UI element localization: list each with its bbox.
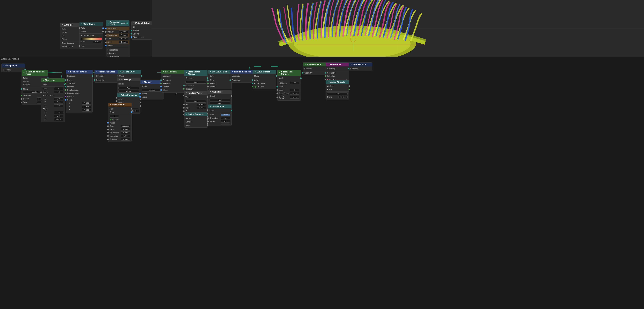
na-attrib-out: Attribute (326, 85, 349, 88)
cc-title: Curve Circle (212, 105, 224, 108)
sp-pos-socket (160, 86, 162, 87)
sp-geo-out: Geometry (161, 74, 184, 78)
mul-title: Multiply (144, 81, 152, 83)
nt-detail-socket (107, 129, 109, 130)
cr-color-out (102, 27, 104, 29)
ss-mesh-in: Mesh (278, 85, 301, 88)
nt-normalize-cb (110, 119, 112, 120)
nt-vec-socket (107, 122, 109, 124)
nt-lac-socket (107, 135, 109, 137)
ri2-header: ▼ Realize Instances (230, 70, 254, 74)
mr1-type: Float (117, 86, 140, 90)
sna-title: Store Named Attrib... (188, 71, 206, 75)
sm-sel-socket (325, 75, 326, 77)
nt-lacunarity: Lacunarity 0.000 (108, 134, 132, 138)
ml-count-socket (40, 91, 42, 93)
iop-inst-socket (65, 86, 66, 87)
sp2-factor: Factor (184, 117, 208, 120)
nt-title: Noise Texture (112, 104, 125, 106)
principled-bsdf-header: ▼ Principled BSDF BSDF (106, 20, 129, 26)
ml-off-y: Y 0 m (41, 114, 64, 118)
mo-surface: Surface (132, 29, 155, 32)
mr2-header: ▼ Map Range (208, 90, 232, 94)
ml-count-val: 10 (54, 91, 63, 93)
sp1-title: Spline Parameter (121, 94, 137, 96)
sp1-factor: Factor (117, 98, 140, 101)
ri1-in-socket (94, 79, 95, 81)
iop-pick-in: Pick Instance (66, 88, 92, 92)
bsdf-normal: Normal (106, 44, 129, 47)
sp-pos-in: Position (161, 85, 184, 88)
dp-sel-socket (21, 95, 22, 96)
ss-vc-socket (276, 97, 278, 98)
iop-points-in: Points (66, 79, 92, 82)
scr-header: ▼ Set Curve Radius (208, 70, 232, 74)
realize-instances-2-node: ▼ Realize Instances Geometry Geometry (230, 70, 254, 83)
sm-title: Set Material (330, 63, 341, 66)
attribute-node-title: Attribute (64, 24, 72, 26)
scr-curve-in: Curve (208, 79, 232, 82)
mr1-result-out: Result (117, 82, 140, 85)
cc-points-mode: Points Radius (208, 113, 232, 116)
sna-geo-out: Geometry (184, 77, 207, 80)
mtc-curve-socket (140, 75, 142, 77)
ss-vert-crease: Vertex Crease 0.000 (278, 95, 301, 100)
jg-header: ▼ Join Geometry (303, 63, 326, 66)
nt-fac-socket (131, 108, 132, 110)
sna-sel-socket (183, 88, 184, 90)
group-input-title: Group Input (6, 65, 17, 67)
rv-header: ▼ Random Value (184, 91, 207, 95)
cc-radius-socket (207, 121, 209, 122)
ml-off-x: X 0 m (41, 111, 64, 114)
ml-off-z: Z 0.05 m (41, 118, 64, 121)
ctm-curve-socket (252, 79, 253, 81)
cc-header: ▼ Curve Circle (208, 105, 232, 108)
group-input-header: ▼ Group Input (2, 64, 25, 67)
scr-title: Set Curve Radius (212, 71, 228, 73)
cc-resolution: Resolution 32 (208, 116, 232, 120)
ml-count: Count 10 (41, 90, 64, 94)
iop-sel-socket (65, 83, 66, 84)
ri1-header: ▼ Realize Instances (95, 70, 118, 74)
iop-scale-y: Y 1.000 (66, 105, 92, 108)
nt-scale: Scale 4444.000 (108, 125, 132, 128)
ss-mesh-socket (300, 77, 302, 79)
iop-points-socket (65, 79, 66, 81)
sp1-index-socket (140, 105, 141, 107)
iop-instances-socket (92, 75, 94, 77)
ri1-geo-in: Geometry (95, 79, 118, 82)
go-geo-in: Geometry (349, 67, 372, 70)
iop-rotation-in: Rotation (66, 95, 92, 98)
ss-level-socket (276, 89, 278, 91)
rv-type: Float (184, 100, 207, 103)
scr-sel-in: Selection (208, 82, 232, 85)
iop-scale-label: Scale: (66, 98, 92, 102)
bsdf-out (126, 23, 128, 24)
bsdf-metallic-val: 0.000 (119, 31, 128, 33)
cr-alpha-out (102, 31, 104, 32)
iop-title: Instance on Points (70, 71, 88, 73)
nt-dist-socket (107, 139, 109, 140)
sp1-header: ▼ Spline Parameter (117, 93, 140, 97)
iop-instances-out: Instances (66, 74, 92, 78)
cr-pos-row: 2 Pos 0.713 (80, 40, 103, 44)
mtc-title: Mesh to Curve (122, 71, 136, 73)
sna-header: ▼ Store Named Attrib... (184, 70, 207, 76)
iop-idx-socket (65, 93, 66, 94)
iop-idx-in: Instance Index (66, 92, 92, 95)
distribute-header: ▼ Distribute Points on Faces (22, 70, 48, 76)
na-name: Name rnd_color (326, 95, 349, 99)
top-area: ▼ Attribute Color Vector Fac Alpha (0, 0, 644, 57)
mr1-title: Map Range (121, 79, 132, 81)
na-exists-out: Exists (326, 88, 349, 91)
mo-volume-in (130, 33, 132, 35)
iop-scale-socket (65, 99, 66, 101)
ctm-curve-in: Curve (253, 79, 276, 82)
scr-radius-socket (207, 86, 209, 87)
bsdf-alpha-val: 1.000 (119, 41, 128, 44)
principled-bsdf-title: Principled BSDF (110, 21, 120, 25)
color-ramp-title: Color Ramp (83, 23, 95, 25)
mo-surface-in (130, 30, 132, 31)
ss-ec-socket (276, 93, 278, 94)
bsdf-alpha-in (105, 42, 106, 43)
